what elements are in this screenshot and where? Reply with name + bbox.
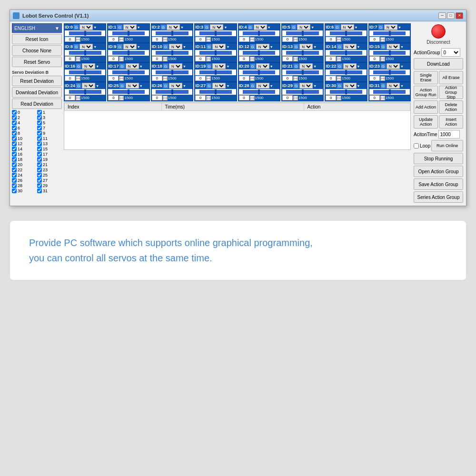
servo-g-button-1[interactable]: G <box>117 24 122 30</box>
servo-slider-16[interactable] <box>65 69 105 75</box>
servo-spin-down-5[interactable]: ▼ <box>293 40 298 42</box>
servo-spin-down-21[interactable]: ▼ <box>293 79 298 81</box>
servo-n-select-5[interactable]: N12 <box>297 24 310 30</box>
servo-g-button-5[interactable]: G <box>291 24 297 30</box>
servo-slider-27[interactable] <box>195 89 236 95</box>
servo-n-select-14[interactable]: N12 <box>343 44 357 50</box>
read-deviation-button[interactable]: Read Deviation <box>12 99 62 109</box>
servo-slider-4[interactable] <box>239 30 279 36</box>
servo-value-input-20[interactable] <box>239 76 249 81</box>
servo-spin-down-25[interactable]: ▼ <box>119 98 124 100</box>
servo-g-button-4[interactable]: G <box>248 24 253 30</box>
servo-g-button-23[interactable]: G <box>380 63 386 69</box>
servo-n-select-10[interactable]: N12 <box>169 44 182 50</box>
servo-slider-11[interactable] <box>195 50 236 56</box>
servo-g-button-6[interactable]: G <box>334 24 340 30</box>
servo-spin-down-17[interactable]: ▼ <box>119 79 124 81</box>
action-time-input[interactable] <box>438 130 460 139</box>
action-group-stop-button[interactable]: Action Group Stop <box>439 86 463 99</box>
servo-spin-down-11[interactable]: ▼ <box>206 59 211 61</box>
servo-n-select-27[interactable]: N12 <box>212 83 226 89</box>
maximize-button[interactable]: □ <box>447 12 455 19</box>
servo-slider-18[interactable] <box>152 69 192 75</box>
servo-n-select-19[interactable]: N12 <box>212 63 226 69</box>
servo-g-button-10[interactable]: G <box>163 44 169 50</box>
action-group-select[interactable]: 012 <box>441 48 460 57</box>
servo-value-input-18[interactable] <box>152 76 162 81</box>
servo-g-button-3[interactable]: G <box>204 24 209 30</box>
servo-g-button-17[interactable]: G <box>119 63 125 69</box>
servo-n-select-24[interactable]: N12 <box>82 83 95 89</box>
servo-g-button-20[interactable]: G <box>250 63 256 69</box>
download-button[interactable]: DownLoad <box>414 58 463 69</box>
servo-g-button-22[interactable]: G <box>337 63 342 69</box>
servo-spin-down-23[interactable]: ▼ <box>380 79 385 81</box>
servo-value-input-14[interactable] <box>326 56 336 61</box>
servo-g-button-18[interactable]: G <box>163 63 169 69</box>
servo-value-input-5[interactable] <box>282 37 293 42</box>
servo-g-button-28[interactable]: G <box>250 83 256 89</box>
servo-n-select-21[interactable]: N12 <box>299 63 313 69</box>
reset-icon-button[interactable]: Reset Icon <box>12 34 62 44</box>
delete-action-button[interactable]: Delete Action <box>439 100 463 114</box>
servo-spin-down-8[interactable]: ▼ <box>76 59 80 61</box>
servo-slider-6[interactable] <box>326 30 366 36</box>
servo-spin-down-22[interactable]: ▼ <box>337 79 341 81</box>
action-group-run-button[interactable]: Action Group Run <box>414 86 438 99</box>
servo-slider-23[interactable] <box>369 69 410 75</box>
servo-value-input-28[interactable] <box>239 95 249 100</box>
servo-value-input-30[interactable] <box>326 95 336 100</box>
servo-value-input-15[interactable] <box>369 56 380 61</box>
servo-value-input-19[interactable] <box>195 76 206 81</box>
servo-spin-down-10[interactable]: ▼ <box>163 59 168 61</box>
servo-n-select-8[interactable]: N12 <box>79 44 93 50</box>
servo-spin-down-26[interactable]: ▼ <box>163 98 168 100</box>
servo-g-button-9[interactable]: G <box>117 44 122 50</box>
servo-g-button-2[interactable]: G <box>160 24 166 30</box>
servo-slider-31[interactable] <box>369 89 410 95</box>
minimize-button[interactable]: ─ <box>438 12 446 19</box>
servo-slider-8[interactable] <box>65 50 105 56</box>
servo-spin-down-2[interactable]: ▼ <box>163 40 168 42</box>
servo-slider-13[interactable] <box>282 50 323 56</box>
servo-g-button-29[interactable]: G <box>293 83 299 89</box>
servo-g-button-8[interactable]: G <box>73 44 79 50</box>
servo-n-select-3[interactable]: N12 <box>210 24 223 30</box>
servo-spin-down-18[interactable]: ▼ <box>163 79 168 81</box>
disconnect-button[interactable] <box>431 24 446 39</box>
servo-g-button-27[interactable]: G <box>206 83 212 89</box>
servo-g-button-7[interactable]: G <box>378 24 384 30</box>
servo-spin-down-3[interactable]: ▼ <box>206 40 211 42</box>
download-deviation-button[interactable]: Download Deviation <box>12 87 62 98</box>
servo-value-input-2[interactable] <box>152 37 162 42</box>
servo-slider-20[interactable] <box>239 69 279 75</box>
servo-value-input-8[interactable] <box>65 56 75 61</box>
servo-slider-19[interactable] <box>195 69 236 75</box>
servo-slider-24[interactable] <box>65 89 105 95</box>
servo-spin-down-1[interactable]: ▼ <box>119 40 124 42</box>
servo-n-select-7[interactable]: N12 <box>384 24 397 30</box>
servo-n-select-28[interactable]: N12 <box>256 83 269 89</box>
servo-slider-10[interactable] <box>152 50 192 56</box>
servo-slider-0[interactable] <box>65 30 105 36</box>
servo-n-select-18[interactable]: N12 <box>169 63 182 69</box>
servo-g-button-12[interactable]: G <box>250 44 256 50</box>
action-table-container[interactable]: Index Time(ms) Action <box>64 102 411 150</box>
servo-value-input-4[interactable] <box>239 37 249 42</box>
servo-value-input-21[interactable] <box>282 76 293 81</box>
update-action-button[interactable]: Update Action <box>414 115 438 129</box>
servo-n-select-31[interactable]: N12 <box>387 83 400 89</box>
servo-g-button-15[interactable]: G <box>380 44 386 50</box>
insert-action-button[interactable]: Insert Action <box>439 115 463 129</box>
servo-slider-17[interactable] <box>108 69 149 75</box>
stop-running-button[interactable]: Stop Running <box>414 153 463 164</box>
servo-slider-26[interactable] <box>152 89 192 95</box>
servo-n-select-4[interactable]: N12 <box>254 24 267 30</box>
servo-spin-down-14[interactable]: ▼ <box>337 59 341 61</box>
servo-slider-3[interactable] <box>195 30 236 36</box>
servo-value-input-12[interactable] <box>239 56 249 61</box>
servo-g-button-19[interactable]: G <box>206 63 212 69</box>
servo-n-select-11[interactable]: N12 <box>212 44 226 50</box>
servo-n-select-25[interactable]: N12 <box>126 83 139 89</box>
servo-spin-down-13[interactable]: ▼ <box>293 59 298 61</box>
